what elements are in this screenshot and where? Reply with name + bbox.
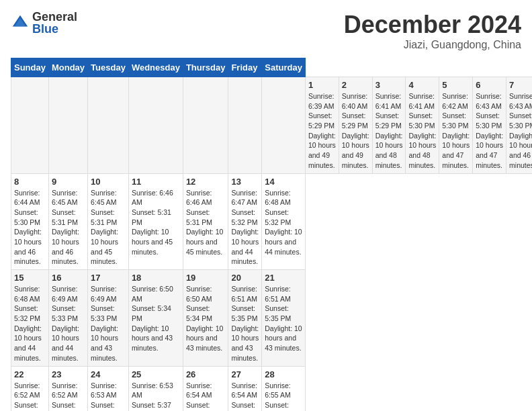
calendar-cell: 26Sunrise: 6:54 AM Sunset: 5:38 PM Dayli… (183, 366, 228, 411)
calendar-cell: 8Sunrise: 6:44 AM Sunset: 5:30 PM Daylig… (11, 173, 49, 270)
day-info: Sunrise: 6:55 AM Sunset: 5:39 PM Dayligh… (265, 381, 302, 412)
calendar-cell: 18Sunrise: 6:50 AM Sunset: 5:34 PM Dayli… (128, 270, 183, 367)
calendar-cell: 19Sunrise: 6:50 AM Sunset: 5:34 PM Dayli… (183, 270, 228, 367)
calendar-cell: 13Sunrise: 6:47 AM Sunset: 5:32 PM Dayli… (228, 173, 262, 270)
calendar-cell: 16Sunrise: 6:49 AM Sunset: 5:33 PM Dayli… (48, 270, 87, 367)
day-number: 6 (476, 80, 503, 90)
column-header-thursday: Thursday (183, 58, 228, 77)
day-number: 28 (265, 369, 302, 379)
column-header-friday: Friday (228, 58, 262, 77)
calendar-cell: 23Sunrise: 6:52 AM Sunset: 5:36 PM Dayli… (48, 366, 87, 411)
day-number: 3 (375, 80, 403, 90)
title-block: December 2024 Jiazi, Guangdong, China (344, 11, 521, 51)
day-number: 13 (231, 177, 259, 187)
calendar-cell: 28Sunrise: 6:55 AM Sunset: 5:39 PM Dayli… (262, 366, 306, 411)
calendar-cell: 9Sunrise: 6:45 AM Sunset: 5:31 PM Daylig… (48, 173, 87, 270)
day-info: Sunrise: 6:45 AM Sunset: 5:31 PM Dayligh… (91, 188, 126, 267)
day-info: Sunrise: 6:53 AM Sunset: 5:37 PM Dayligh… (132, 381, 180, 412)
day-info: Sunrise: 6:51 AM Sunset: 5:35 PM Dayligh… (265, 284, 302, 353)
calendar-cell: 11Sunrise: 6:46 AM Sunset: 5:31 PM Dayli… (128, 173, 183, 270)
calendar-cell: 14Sunrise: 6:48 AM Sunset: 5:32 PM Dayli… (262, 173, 306, 270)
day-number: 16 (52, 273, 85, 283)
day-number: 24 (91, 369, 126, 379)
day-info: Sunrise: 6:39 AM Sunset: 5:29 PM Dayligh… (308, 91, 336, 171)
logo-blue-text: Blue (32, 23, 77, 35)
calendar-week-4: 22Sunrise: 6:52 AM Sunset: 5:36 PM Dayli… (11, 366, 533, 411)
day-info: Sunrise: 6:48 AM Sunset: 5:32 PM Dayligh… (14, 284, 46, 363)
day-info: Sunrise: 6:54 AM Sunset: 5:38 PM Dayligh… (186, 381, 226, 412)
logo-icon (11, 13, 30, 32)
calendar-week-2: 8Sunrise: 6:44 AM Sunset: 5:30 PM Daylig… (11, 173, 533, 270)
column-header-wednesday: Wednesday (128, 58, 183, 77)
calendar-cell (128, 77, 183, 174)
calendar-cell: 24Sunrise: 6:53 AM Sunset: 5:37 PM Dayli… (88, 366, 129, 411)
day-info: Sunrise: 6:48 AM Sunset: 5:32 PM Dayligh… (265, 188, 302, 257)
calendar-cell: 20Sunrise: 6:51 AM Sunset: 5:35 PM Dayli… (228, 270, 262, 367)
day-number: 7 (509, 80, 532, 90)
day-info: Sunrise: 6:45 AM Sunset: 5:31 PM Dayligh… (52, 188, 85, 267)
day-number: 12 (186, 177, 226, 187)
day-info: Sunrise: 6:40 AM Sunset: 5:29 PM Dayligh… (342, 91, 369, 171)
column-header-sunday: Sunday (11, 58, 49, 77)
day-info: Sunrise: 6:43 AM Sunset: 5:30 PM Dayligh… (509, 91, 532, 171)
calendar-cell (228, 77, 262, 174)
calendar-header-row: SundayMondayTuesdayWednesdayThursdayFrid… (11, 58, 533, 77)
day-number: 5 (442, 80, 470, 90)
day-info: Sunrise: 6:41 AM Sunset: 5:29 PM Dayligh… (375, 91, 403, 171)
calendar-cell (262, 77, 306, 174)
location: Jiazi, Guangdong, China (344, 39, 521, 51)
day-info: Sunrise: 6:53 AM Sunset: 5:37 PM Dayligh… (91, 381, 126, 412)
page-container: General Blue December 2024 Jiazi, Guangd… (0, 0, 532, 411)
day-info: Sunrise: 6:50 AM Sunset: 5:34 PM Dayligh… (186, 284, 226, 353)
calendar-cell: 12Sunrise: 6:46 AM Sunset: 5:31 PM Dayli… (183, 173, 228, 270)
day-number: 9 (52, 177, 85, 187)
day-info: Sunrise: 6:49 AM Sunset: 5:33 PM Dayligh… (52, 284, 85, 363)
day-info: Sunrise: 6:43 AM Sunset: 5:30 PM Dayligh… (476, 91, 503, 171)
calendar-week-3: 15Sunrise: 6:48 AM Sunset: 5:32 PM Dayli… (11, 270, 533, 367)
calendar-cell: 10Sunrise: 6:45 AM Sunset: 5:31 PM Dayli… (88, 173, 129, 270)
calendar-cell: 1Sunrise: 6:39 AM Sunset: 5:29 PM Daylig… (305, 77, 339, 174)
calendar-cell: 27Sunrise: 6:54 AM Sunset: 5:38 PM Dayli… (228, 366, 262, 411)
day-number: 1 (308, 80, 336, 90)
day-number: 22 (14, 369, 46, 379)
day-info: Sunrise: 6:46 AM Sunset: 5:31 PM Dayligh… (132, 188, 180, 257)
header: General Blue December 2024 Jiazi, Guangd… (11, 11, 521, 51)
day-info: Sunrise: 6:54 AM Sunset: 5:38 PM Dayligh… (231, 381, 259, 412)
day-info: Sunrise: 6:42 AM Sunset: 5:30 PM Dayligh… (442, 91, 470, 171)
logo-text: General Blue (32, 11, 77, 35)
calendar-cell: 17Sunrise: 6:49 AM Sunset: 5:33 PM Dayli… (88, 270, 129, 367)
day-info: Sunrise: 6:51 AM Sunset: 5:35 PM Dayligh… (231, 284, 259, 363)
column-header-saturday: Saturday (262, 58, 306, 77)
day-number: 11 (132, 177, 180, 187)
calendar-cell: 2Sunrise: 6:40 AM Sunset: 5:29 PM Daylig… (339, 77, 372, 174)
calendar-cell: 21Sunrise: 6:51 AM Sunset: 5:35 PM Dayli… (262, 270, 306, 367)
calendar-cell: 15Sunrise: 6:48 AM Sunset: 5:32 PM Dayli… (11, 270, 49, 367)
day-number: 27 (231, 369, 259, 379)
logo-general: General (32, 11, 77, 23)
day-info: Sunrise: 6:52 AM Sunset: 5:36 PM Dayligh… (52, 381, 85, 412)
day-info: Sunrise: 6:46 AM Sunset: 5:31 PM Dayligh… (186, 188, 226, 257)
day-number: 2 (342, 80, 369, 90)
day-number: 4 (408, 80, 436, 90)
calendar-cell: 3Sunrise: 6:41 AM Sunset: 5:29 PM Daylig… (372, 77, 406, 174)
month-title: December 2024 (344, 11, 521, 39)
calendar-cell (183, 77, 228, 174)
calendar-cell: 6Sunrise: 6:43 AM Sunset: 5:30 PM Daylig… (473, 77, 506, 174)
day-number: 18 (132, 273, 180, 283)
calendar-table: SundayMondayTuesdayWednesdayThursdayFrid… (11, 58, 532, 411)
day-number: 25 (132, 369, 180, 379)
day-number: 10 (91, 177, 126, 187)
day-info: Sunrise: 6:41 AM Sunset: 5:30 PM Dayligh… (408, 91, 436, 171)
calendar-cell: 7Sunrise: 6:43 AM Sunset: 5:30 PM Daylig… (506, 77, 532, 174)
calendar-cell (48, 77, 87, 174)
day-number: 20 (231, 273, 259, 283)
day-number: 26 (186, 369, 226, 379)
day-info: Sunrise: 6:50 AM Sunset: 5:34 PM Dayligh… (132, 284, 180, 353)
day-info: Sunrise: 6:52 AM Sunset: 5:36 PM Dayligh… (14, 381, 46, 412)
day-number: 15 (14, 273, 46, 283)
logo: General Blue (11, 11, 77, 35)
day-number: 14 (265, 177, 302, 187)
calendar-cell: 22Sunrise: 6:52 AM Sunset: 5:36 PM Dayli… (11, 366, 49, 411)
day-number: 19 (186, 273, 226, 283)
calendar-cell (11, 77, 49, 174)
